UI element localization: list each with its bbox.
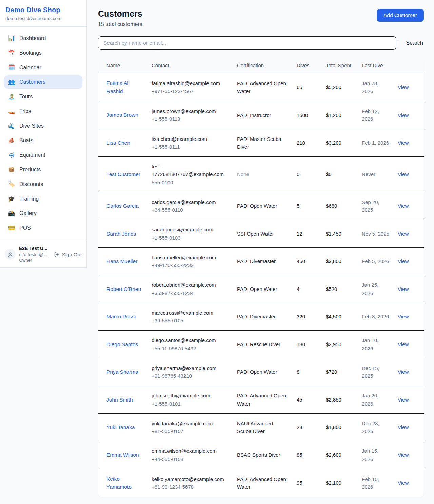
view-customer-link[interactable]: View [398, 203, 409, 209]
customer-certification: PADI Open Water [237, 203, 277, 209]
view-customer-link[interactable]: View [398, 112, 409, 118]
customer-dives: 210 [297, 140, 305, 146]
customer-last-dive: Feb 1, 2026 [362, 140, 389, 146]
customer-name-link[interactable]: Priya Sharma [106, 369, 138, 375]
sidebar-item-icon: 🌊 [8, 123, 15, 129]
customer-name-link[interactable]: Lisa Chen [106, 140, 130, 146]
sidebar-item-equipment[interactable]: 🤿 Equipment [4, 148, 82, 162]
customer-dives: 180 [297, 341, 305, 347]
customer-email: lisa.chen@example.com [152, 135, 229, 143]
sidebar-item-calendar[interactable]: 🗓️ Calendar [4, 61, 82, 74]
column-header-actions [394, 58, 424, 73]
sidebar-item-bookings[interactable]: 📅 Bookings [4, 46, 82, 59]
sidebar-item-trips[interactable]: 🚤 Trips [4, 105, 82, 118]
view-customer-link[interactable]: View [398, 314, 409, 319]
customer-name-link[interactable]: James Brown [106, 112, 138, 118]
view-customer-link[interactable]: View [398, 397, 409, 403]
sidebar-item-dashboard[interactable]: 📊 Dashboard [4, 32, 82, 45]
sidebar-item-pos[interactable]: 💳 POS [4, 221, 82, 235]
customer-last-dive: Sep 20, 2025 [362, 199, 379, 213]
customer-email: keiko.yamamoto@example.com [152, 475, 229, 483]
customer-name-link[interactable]: Hans Mueller [106, 258, 137, 264]
add-customer-button[interactable]: Add Customer [377, 9, 424, 22]
sidebar-item-dive-sites[interactable]: 🌊 Dive Sites [4, 119, 82, 132]
sidebar: Demo Dive Shop demo.test.divestreams.com… [0, 0, 87, 268]
user-meta: E2E Test U... e2e-tester@... Owner [19, 246, 47, 263]
customer-total-spent: $3,800 [326, 258, 341, 264]
sidebar-item-label: Calendar [19, 64, 41, 71]
view-customer-link[interactable]: View [398, 424, 409, 430]
customer-email: diego.santos@example.com [152, 336, 229, 344]
customer-dives: 450 [297, 258, 305, 264]
customer-phone: +44-555-0108 [152, 455, 229, 463]
customer-total-spent: $2,600 [326, 452, 341, 458]
view-customer-link[interactable]: View [398, 84, 409, 90]
customer-name-link[interactable]: Diego Santos [106, 341, 138, 347]
customer-name-link[interactable]: Sarah Jones [106, 231, 136, 237]
customer-last-dive: Dec 28, 2025 [362, 421, 379, 434]
view-customer-link[interactable]: View [398, 231, 409, 237]
customer-certification: None [237, 171, 249, 177]
customer-dives: 1500 [297, 112, 308, 118]
sidebar-item-icon: 📊 [8, 35, 15, 41]
customer-name-link[interactable]: Emma Wilson [106, 452, 139, 458]
table-row: Carlos Garcia carlos.garcia@example.com … [98, 192, 424, 220]
customer-phone: +1-555-0113 [152, 115, 229, 123]
customer-certification: PADI Open Water [237, 286, 277, 292]
column-header-last-dive: Last Dive [358, 58, 394, 73]
customer-name-link[interactable]: Marco Rossi [106, 314, 136, 319]
view-customer-link[interactable]: View [398, 140, 409, 146]
main-content: Customers 15 total customers Add Custome… [87, 0, 434, 504]
search-button[interactable]: Search [405, 38, 424, 48]
customer-certification: PADI Rescue Diver [237, 341, 280, 347]
view-customer-link[interactable]: View [398, 480, 409, 486]
customer-name-link[interactable]: Yuki Tanaka [106, 424, 135, 430]
table-row: Fatima Al-Rashid fatima.alrashid@example… [98, 73, 424, 101]
search-input[interactable] [98, 36, 396, 50]
sign-out-icon [54, 251, 60, 257]
column-header-certification: Certification [233, 58, 293, 73]
customer-dives: 85 [297, 452, 302, 458]
sidebar-item-tours[interactable]: 🏝️ Tours [4, 90, 82, 103]
view-customer-link[interactable]: View [398, 171, 409, 177]
customer-email: robert.obrien@example.com [152, 281, 229, 289]
customer-name-link[interactable]: Keiko Yamamoto [106, 476, 132, 490]
view-customer-link[interactable]: View [398, 258, 409, 264]
view-customer-link[interactable]: View [398, 341, 409, 347]
view-customer-link[interactable]: View [398, 369, 409, 375]
customer-last-dive: Jan 28, 2026 [362, 80, 378, 94]
customer-total-spent: $2,850 [326, 397, 341, 403]
sidebar-item-boats[interactable]: ⛵ Boats [4, 134, 82, 147]
customer-email: james.brown@example.com [152, 107, 229, 115]
search-bar: Search [98, 36, 424, 50]
customer-certification: PADI Advanced Open Water [237, 80, 286, 94]
sidebar-item-products[interactable]: 📦 Products [4, 163, 82, 176]
sidebar-item-training[interactable]: 🎓 Training [4, 192, 82, 205]
customer-email: test-1772681807767@example.com [152, 163, 229, 179]
customer-name-link[interactable]: Robert O'Brien [106, 286, 141, 292]
customer-total-spent: $1,200 [326, 112, 341, 118]
customer-name-link[interactable]: John Smith [106, 397, 133, 403]
customer-name-link[interactable]: Fatima Al-Rashid [106, 80, 130, 94]
customer-total-spent: $2,950 [326, 341, 341, 347]
sidebar-item-gallery[interactable]: 📸 Gallery [4, 207, 82, 220]
table-row: Diego Santos diego.santos@example.com +5… [98, 331, 424, 358]
view-customer-link[interactable]: View [398, 286, 409, 292]
customer-phone: +55-11-99876-5432 [152, 344, 229, 352]
customer-name-link[interactable]: Test Customer [106, 171, 140, 177]
sign-out-button[interactable]: Sign Out [54, 251, 82, 257]
customer-email: carlos.garcia@example.com [152, 198, 229, 206]
sidebar-item-discounts[interactable]: 🏷️ Discounts [4, 178, 82, 191]
view-customer-link[interactable]: View [398, 452, 409, 458]
page-header: Customers 15 total customers Add Custome… [98, 9, 424, 27]
customer-total-spent: $680 [326, 203, 337, 209]
customer-dives: 5 [297, 203, 299, 209]
customer-certification: PADI Master Scuba Diver [237, 136, 281, 150]
sidebar-item-customers[interactable]: 👥 Customers [4, 75, 82, 89]
sidebar-item-icon: 💳 [8, 225, 15, 231]
customer-name-link[interactable]: Carlos Garcia [106, 203, 139, 209]
sidebar-item-label: Tours [19, 94, 33, 100]
customer-email: sarah.jones@example.com [152, 226, 229, 234]
table-row: Test Customer test-1772681807767@example… [98, 157, 424, 192]
customer-email: john.smith@example.com [152, 392, 229, 399]
